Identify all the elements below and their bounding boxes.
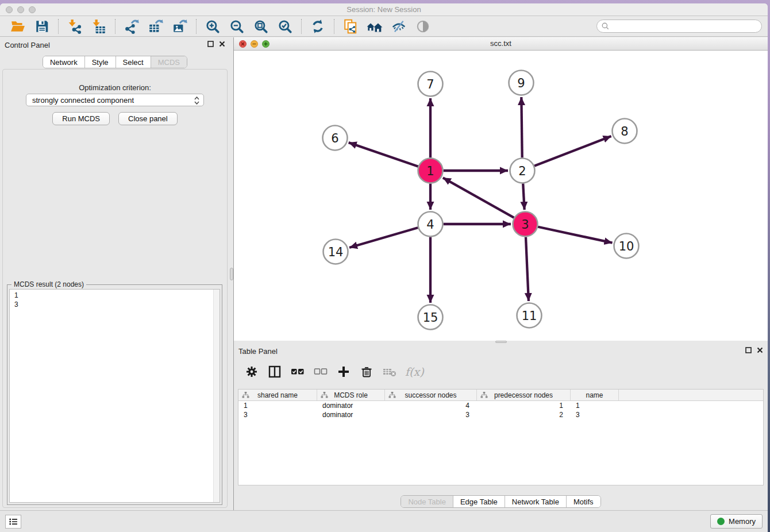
unselect-all-icon[interactable] xyxy=(313,364,328,379)
zoom-out-icon[interactable] xyxy=(228,18,245,35)
node-table[interactable]: shared nameMCDS rolesuccessor nodesprede… xyxy=(238,389,764,485)
zoom-fit-icon[interactable] xyxy=(252,18,270,35)
table-header-row: shared nameMCDS rolesuccessor nodesprede… xyxy=(238,390,763,401)
network-minimize-icon[interactable] xyxy=(251,40,258,48)
zoom-window-button[interactable] xyxy=(29,6,36,13)
graph-node-label: 11 xyxy=(522,309,537,323)
task-history-button[interactable] xyxy=(5,515,21,529)
close-panel-icon[interactable] xyxy=(219,41,225,47)
close-window-button[interactable] xyxy=(6,6,13,13)
optimization-criterion-select[interactable]: strongly connected component xyxy=(26,94,204,106)
attribute-icon xyxy=(321,392,328,398)
export-image-icon[interactable] xyxy=(171,18,188,35)
memory-status-dot xyxy=(717,518,725,525)
graph-edge-3-1[interactable] xyxy=(443,178,514,218)
mcds-result-text[interactable]: 13 xyxy=(9,289,220,503)
list-icon xyxy=(8,516,18,527)
graph-node-7[interactable]: 7 xyxy=(418,72,443,97)
network-maximize-icon[interactable] xyxy=(262,40,270,48)
search-input[interactable] xyxy=(613,22,757,30)
memory-label: Memory xyxy=(729,517,756,526)
table-row[interactable]: 3dominator323 xyxy=(238,410,763,419)
column-header-predecessor-nodes[interactable]: predecessor nodes xyxy=(477,390,571,400)
table-options-icon[interactable] xyxy=(244,364,259,379)
search-box[interactable] xyxy=(596,20,762,33)
graph-node-label: 6 xyxy=(331,132,338,145)
graph-edge-4-14[interactable] xyxy=(349,228,418,248)
close-panel-icon[interactable] xyxy=(757,347,763,353)
new-network-from-selection-icon[interactable] xyxy=(342,18,359,35)
tab-edge-table[interactable]: Edge Table xyxy=(453,496,505,507)
tab-mcds[interactable]: MCDS xyxy=(151,56,187,68)
optimization-criterion-label: Optimization criterion: xyxy=(0,83,230,92)
graph-node-3[interactable]: 3 xyxy=(513,212,538,237)
import-table-icon[interactable] xyxy=(90,18,107,35)
float-panel-icon[interactable] xyxy=(207,41,214,47)
graph-node-2[interactable]: 2 xyxy=(510,159,535,183)
attribute-icon xyxy=(388,392,396,398)
graph-edge-2-9[interactable] xyxy=(521,97,522,158)
graph-edge-2-3[interactable] xyxy=(523,183,524,210)
tab-select[interactable]: Select xyxy=(116,56,151,68)
tab-motifs[interactable]: Motifs xyxy=(567,496,600,507)
export-table-icon[interactable] xyxy=(147,18,164,35)
zoom-selected-icon[interactable] xyxy=(276,18,294,35)
add-column-icon[interactable] xyxy=(336,364,351,379)
graph-node-9[interactable]: 9 xyxy=(509,71,534,95)
minimize-window-button[interactable] xyxy=(17,6,24,13)
memory-button[interactable]: Memory xyxy=(710,514,763,529)
graph-edge-2-8[interactable] xyxy=(534,136,611,166)
import-network-icon[interactable] xyxy=(66,18,83,35)
delete-columns-icon[interactable] xyxy=(359,364,374,379)
vertical-splitter[interactable] xyxy=(230,37,234,510)
first-neighbors-icon[interactable] xyxy=(366,18,383,35)
graph-node-8[interactable]: 8 xyxy=(613,119,637,144)
graph-node-11[interactable]: 11 xyxy=(517,303,542,328)
network-graph[interactable]: 7968124314101511 xyxy=(234,51,768,340)
zoom-in-icon[interactable] xyxy=(204,18,221,35)
graph-node-6[interactable]: 6 xyxy=(323,126,348,151)
table-cell: 1 xyxy=(477,401,571,410)
tab-network[interactable]: Network xyxy=(43,56,85,68)
graph-node-4[interactable]: 4 xyxy=(418,212,443,237)
splitter-grip[interactable] xyxy=(495,341,507,343)
export-network-icon[interactable] xyxy=(123,18,140,35)
splitter-grip[interactable] xyxy=(230,268,233,280)
show-columns-icon[interactable] xyxy=(267,364,282,379)
graph-node-label: 9 xyxy=(517,76,525,90)
network-close-icon[interactable] xyxy=(239,40,247,48)
toolbar-separator xyxy=(334,19,334,34)
column-header-name[interactable]: name xyxy=(571,390,619,400)
column-header-successor-nodes[interactable]: successor nodes xyxy=(385,390,477,400)
column-header-MCDS-role[interactable]: MCDS role xyxy=(317,390,385,400)
graph-node-label: 7 xyxy=(426,78,434,91)
network-canvas[interactable]: 7968124314101511 xyxy=(234,51,768,341)
search-icon xyxy=(601,22,610,30)
save-session-icon[interactable] xyxy=(33,18,51,35)
table-cell: 1 xyxy=(571,401,619,410)
column-header-shared-name[interactable]: shared name xyxy=(238,390,317,400)
run-mcds-button[interactable]: Run MCDS xyxy=(52,112,110,125)
select-all-icon[interactable] xyxy=(290,364,305,379)
table-row[interactable]: 1dominator411 xyxy=(238,401,763,410)
graph-edge-1-6[interactable] xyxy=(349,142,418,167)
show-hide-graphics-icon[interactable] xyxy=(390,18,407,35)
control-panel: Control Panel NetworkStyleSelectMCDS Opt… xyxy=(0,37,230,510)
mcds-result-group: MCDS result (2 nodes) 13 xyxy=(7,284,222,505)
graph-edge-3-10[interactable] xyxy=(538,227,613,243)
tab-network-table[interactable]: Network Table xyxy=(505,496,567,507)
graph-node-14[interactable]: 14 xyxy=(324,240,348,264)
open-session-icon[interactable] xyxy=(9,18,26,35)
tab-node-table[interactable]: Node Table xyxy=(401,496,453,507)
tab-style[interactable]: Style xyxy=(85,56,116,68)
close-panel-button[interactable]: Close panel xyxy=(118,112,178,125)
float-panel-icon[interactable] xyxy=(745,347,752,353)
result-scrollbar[interactable] xyxy=(213,290,220,502)
control-panel-header: Control Panel xyxy=(0,37,230,51)
graph-node-1[interactable]: 1 xyxy=(418,159,443,183)
graph-node-15[interactable]: 15 xyxy=(418,305,443,330)
apply-layout-icon[interactable] xyxy=(309,18,326,35)
graph-node-10[interactable]: 10 xyxy=(614,234,639,259)
graph-edge-3-11[interactable] xyxy=(526,237,529,301)
toolbar-separator xyxy=(196,19,197,34)
